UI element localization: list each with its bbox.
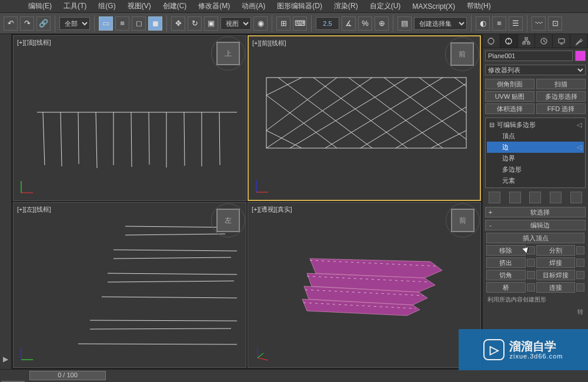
connect-button[interactable]: 连接: [536, 282, 576, 293]
menu-customize[interactable]: 自定义(U): [364, 1, 407, 11]
curve-editor-button[interactable]: 〰: [532, 16, 546, 31]
undo-button[interactable]: ↶: [4, 16, 18, 31]
menu-graph-editor[interactable]: 图形编辑器(D): [271, 1, 328, 11]
rollup-soft-selection-header[interactable]: +软选择: [485, 207, 586, 217]
modifier-stack[interactable]: ⊟可编辑多边形◁ 顶点 边◁ 边界 多边形 元素: [485, 118, 586, 188]
remove-modifier-button[interactable]: [550, 192, 562, 203]
configure-sets-button[interactable]: [570, 192, 582, 203]
chamfer-settings[interactable]: [527, 271, 535, 279]
extrude-button[interactable]: 挤出: [486, 257, 526, 268]
stack-vertex[interactable]: 顶点: [487, 130, 584, 142]
bridge-button[interactable]: 桥: [486, 282, 526, 293]
time-slider-handle[interactable]: 0 / 100: [29, 371, 106, 380]
select-by-name-button[interactable]: ≡: [115, 16, 129, 31]
menu-render[interactable]: 渲染(R): [328, 1, 364, 11]
stack-root[interactable]: ⊟可编辑多边形◁: [487, 119, 584, 130]
redo-button[interactable]: ↷: [20, 16, 34, 31]
object-name-input[interactable]: [485, 51, 573, 61]
link-button[interactable]: 🔗: [36, 16, 51, 31]
menu-group[interactable]: 组(G): [92, 1, 121, 11]
mod-poly-select[interactable]: 多边形选择: [536, 91, 586, 102]
mirror-button[interactable]: ◐: [476, 16, 490, 31]
schematic-view-button[interactable]: ⊡: [548, 16, 562, 31]
remove-button[interactable]: 移除: [486, 245, 526, 256]
axis-gizmo-left: [18, 345, 36, 363]
selection-filter-dropdown[interactable]: 全部: [59, 17, 90, 30]
named-selection-dropdown[interactable]: 创建选择集: [414, 17, 467, 30]
menu-help[interactable]: 帮助(H): [461, 1, 497, 11]
menu-animation[interactable]: 动画(A): [236, 1, 271, 11]
target-weld-settings[interactable]: [576, 271, 584, 279]
coord-system-dropdown[interactable]: 视图: [220, 17, 251, 30]
pivot-button[interactable]: ◉: [253, 16, 268, 31]
tab-motion[interactable]: [535, 34, 553, 48]
menu-edit[interactable]: 编辑(E): [22, 1, 58, 11]
rectangle-select-button[interactable]: ◻: [132, 16, 146, 31]
layer-button[interactable]: ☰: [509, 16, 523, 31]
modifier-buttons: 倒角剖面 扫描 UVW 贴图 多边形选择 体积选择 FFD 选择: [483, 76, 588, 116]
viewcube-front[interactable]: 前: [450, 42, 474, 66]
mod-bevel-profile[interactable]: 倒角剖面: [485, 79, 534, 89]
mod-vol-select[interactable]: 体积选择: [485, 103, 534, 114]
tab-modify[interactable]: [500, 34, 518, 48]
tab-create[interactable]: [483, 34, 500, 48]
show-end-result-button[interactable]: [509, 192, 521, 203]
scale-button[interactable]: ▣: [204, 16, 218, 31]
svg-line-18: [290, 78, 407, 148]
weld-settings[interactable]: [576, 259, 584, 267]
make-unique-button[interactable]: [529, 192, 541, 203]
keyboard-shortcut-button[interactable]: ⌨: [293, 16, 307, 31]
menu-create[interactable]: 创建(C): [157, 1, 193, 11]
stack-border[interactable]: 边界: [487, 153, 584, 164]
tab-display[interactable]: [553, 34, 570, 48]
menu-tools[interactable]: 工具(T): [58, 1, 92, 11]
tab-utilities[interactable]: [570, 34, 588, 48]
connect-settings[interactable]: [576, 283, 584, 291]
time-slider[interactable]: 0 / 100: [12, 370, 588, 382]
tab-hierarchy[interactable]: [518, 34, 536, 48]
svg-line-40: [90, 320, 237, 321]
target-weld-button[interactable]: 目标焊接: [536, 270, 576, 280]
spinner-snap-button[interactable]: ⊕: [375, 16, 389, 31]
viewcube-top[interactable]: 上: [216, 42, 240, 65]
modifier-list-dropdown[interactable]: 修改器列表: [485, 65, 586, 75]
percent-snap-button[interactable]: %: [358, 16, 372, 31]
mod-sweep[interactable]: 扫描: [536, 79, 586, 89]
viewport-front[interactable]: [+][前][线框] 前: [248, 35, 481, 201]
manipulate-button[interactable]: ⊞: [276, 16, 290, 31]
mod-ffd-select[interactable]: FFD 选择: [536, 103, 586, 114]
menu-maxscript[interactable]: MAXScript(X): [406, 2, 461, 11]
viewport-top[interactable]: [+][顶][线框] 上: [13, 35, 246, 201]
align-button[interactable]: ≡: [492, 16, 506, 31]
pin-stack-button[interactable]: [489, 192, 500, 203]
spinner-snap-value[interactable]: [316, 17, 339, 30]
mod-uvw-map[interactable]: UVW 贴图: [485, 91, 534, 102]
angle-snap-button[interactable]: ∡: [342, 16, 356, 31]
insert-vertex-button[interactable]: 插入顶点: [486, 233, 584, 243]
select-object-button[interactable]: ▭: [99, 16, 113, 31]
stack-element[interactable]: 元素: [487, 175, 584, 186]
viewcube-persp[interactable]: 前: [451, 209, 475, 232]
window-crossing-button[interactable]: ◼: [148, 16, 162, 31]
weld-button[interactable]: 焊接: [536, 257, 576, 268]
split-button[interactable]: 分割: [536, 245, 576, 256]
bridge-settings[interactable]: [527, 283, 535, 291]
stack-edge[interactable]: 边◁: [487, 142, 584, 153]
rotate-button[interactable]: ↻: [188, 16, 202, 31]
split-settings[interactable]: [576, 246, 584, 254]
viewport-perspective[interactable]: [+][透视][真实] 前: [248, 202, 481, 368]
extrude-settings[interactable]: [527, 259, 535, 267]
object-color-swatch[interactable]: [575, 51, 586, 61]
menu-modifier[interactable]: 修改器(M): [192, 1, 236, 11]
remove-settings[interactable]: [527, 246, 535, 254]
menu-view[interactable]: 视图(V): [122, 1, 157, 11]
move-button[interactable]: ✥: [171, 16, 185, 31]
named-selection-button[interactable]: ▤: [397, 16, 412, 31]
svg-rect-59: [527, 42, 530, 44]
chamfer-button[interactable]: 切角: [486, 270, 526, 280]
stack-polygon[interactable]: 多边形: [487, 164, 584, 175]
viewport-left[interactable]: [+][左][线框] 左: [13, 202, 246, 368]
expand-arrow-icon[interactable]: ▶: [3, 355, 8, 363]
viewcube-left[interactable]: 左: [216, 209, 240, 232]
rollup-edit-edge-header[interactable]: -编辑边: [485, 220, 586, 230]
